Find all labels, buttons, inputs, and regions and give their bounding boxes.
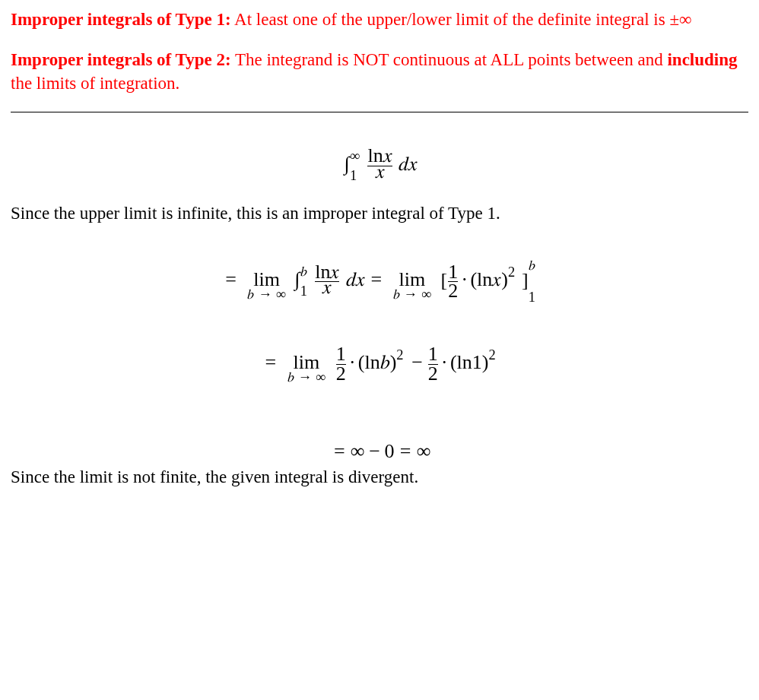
type2-text-b: the limits of integration. <box>11 74 179 93</box>
horizontal-rule <box>11 112 748 112</box>
type2-definition: Improper integrals of Type 2: The integr… <box>11 48 748 95</box>
step-evaluate: = lim b→∞ 12 · (ln⁡b) 2 − 12 · (ln⁡1) 2 <box>11 347 748 382</box>
type1-title: Improper integrals of Type 1: <box>11 10 231 29</box>
type1-text: At least one of the upper/lower limit of… <box>231 10 692 29</box>
type2-title: Improper integrals of Type 2: <box>11 50 231 69</box>
step-limit-rewrite: = lim b→∞ ∫ 1 b ln⁡x x dx = lim b→∞ <box>11 260 748 302</box>
type2-bold: including <box>667 50 737 69</box>
conclusion-text: Since the limit is not finite, the given… <box>11 465 748 489</box>
type1-definition: Improper integrals of Type 1: At least o… <box>11 8 748 31</box>
classification-text: Since the upper limit is infinite, this … <box>11 201 748 225</box>
type2-text-a: The integrand is NOT continuous at ALL p… <box>231 50 668 69</box>
step-result: = ∞ − 0 = ∞ <box>11 445 748 458</box>
integral-expression: ∫ 1 ∞ ln⁡x x dx <box>11 149 748 179</box>
